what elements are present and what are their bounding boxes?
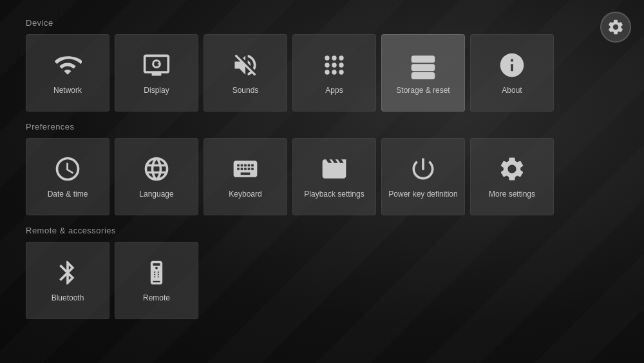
film-icon xyxy=(320,155,348,183)
power-icon xyxy=(409,155,437,183)
preferences-section-label: Preferences xyxy=(26,122,618,132)
apps-icon xyxy=(320,51,348,79)
settings-gear-button[interactable] xyxy=(600,12,631,43)
tile-remote-label: Remote xyxy=(143,293,170,302)
gear-icon xyxy=(607,18,625,36)
tile-more-settings-label: More settings xyxy=(489,190,535,199)
tile-datetime-label: Date & time xyxy=(48,190,88,199)
tile-network[interactable]: Network xyxy=(26,34,109,112)
keyboard-icon xyxy=(231,155,260,183)
tile-about-label: About xyxy=(502,86,522,95)
tile-keyboard-label: Keyboard xyxy=(229,190,261,199)
tile-playback-label: Playback settings xyxy=(304,190,364,199)
tile-storage-label: Storage & reset xyxy=(396,86,450,95)
tile-bluetooth-label: Bluetooth xyxy=(52,293,84,302)
tile-apps[interactable]: Apps xyxy=(292,34,376,112)
tile-display[interactable]: Display xyxy=(115,34,198,112)
remote-tiles-row: Bluetooth Remote xyxy=(26,242,618,319)
info-icon xyxy=(498,51,526,79)
tile-power-label: Power key definition xyxy=(388,190,457,199)
more-settings-icon xyxy=(498,155,526,183)
tile-sounds-label: Sounds xyxy=(232,86,259,95)
device-tiles-row: Network Display Sounds Apps xyxy=(26,34,618,112)
tile-network-label: Network xyxy=(53,86,82,95)
tile-datetime[interactable]: Date & time xyxy=(26,138,109,215)
tile-keyboard[interactable]: Keyboard xyxy=(204,138,287,215)
tile-apps-label: Apps xyxy=(325,86,343,95)
tile-remote[interactable]: Remote xyxy=(115,242,198,319)
bluetooth-icon xyxy=(53,259,82,287)
storage-icon xyxy=(409,51,437,79)
tile-sounds[interactable]: Sounds xyxy=(204,34,287,112)
remote-icon xyxy=(142,259,171,287)
preferences-tiles-row: Date & time Language Keyboard xyxy=(26,138,618,215)
tile-about[interactable]: About xyxy=(470,34,554,112)
tile-more-settings[interactable]: More settings xyxy=(470,138,554,215)
tile-playback[interactable]: Playback settings xyxy=(292,138,376,215)
device-section-label: Device xyxy=(26,18,618,28)
tile-language-label: Language xyxy=(139,190,173,199)
clock-icon xyxy=(53,155,82,183)
wifi-icon xyxy=(53,51,82,79)
tile-storage[interactable]: Storage & reset xyxy=(381,34,465,112)
tile-power[interactable]: Power key definition xyxy=(381,138,465,215)
sound-off-icon xyxy=(231,51,260,79)
tile-bluetooth[interactable]: Bluetooth xyxy=(26,242,109,319)
globe-icon xyxy=(142,155,171,183)
display-icon xyxy=(142,51,171,79)
tile-display-label: Display xyxy=(144,86,169,95)
remote-section-label: Remote & accessories xyxy=(26,226,618,235)
tile-language[interactable]: Language xyxy=(115,138,198,215)
